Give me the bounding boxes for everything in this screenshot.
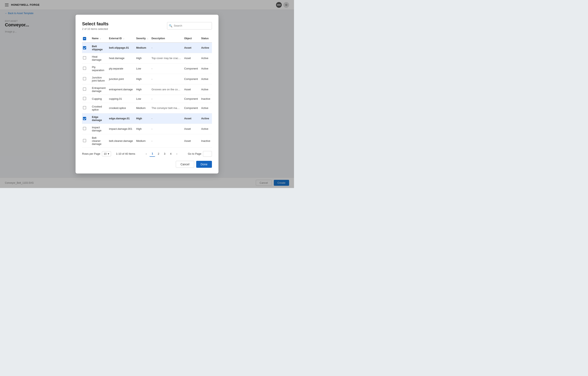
search-input[interactable] xyxy=(167,22,212,29)
row-external-id-3: ply.separate xyxy=(107,63,135,74)
col-object: Object xyxy=(182,34,200,43)
row-name-10: Belt cleaner damage xyxy=(90,134,107,147)
row-checkbox-9[interactable] xyxy=(83,127,86,130)
row-severity-4: High xyxy=(135,74,150,84)
row-status-6: Inactive xyxy=(200,95,212,103)
rows-per-page-control: Rows per Page 10 ▾ xyxy=(82,151,111,156)
row-name-3: Ply separation xyxy=(90,63,107,74)
row-description-3: - xyxy=(150,63,182,74)
row-checkbox-cell-3[interactable] xyxy=(82,63,90,74)
table-header-row: Name ↓ External ID ↓ Severity ↓ Descript… xyxy=(82,34,212,43)
page-1-button[interactable]: 1 xyxy=(149,151,155,157)
row-severity-7: Medium xyxy=(135,103,150,113)
row-checkbox-10[interactable] xyxy=(83,139,86,142)
table-row: Entrapment damage entrapment.damage High… xyxy=(82,84,212,95)
row-checkbox-4[interactable] xyxy=(83,77,86,80)
row-severity-8: High xyxy=(135,113,150,124)
row-description-7: The conveyor belt may have... xyxy=(150,103,182,113)
row-external-id-5: entrapment.damage xyxy=(107,84,135,95)
modal-overlay: Select faults 2 of 10 items selected 🔍 N… xyxy=(0,0,294,188)
table-row: Edge damage edge.damage.01 High - Asset … xyxy=(82,113,212,124)
row-checkbox-3[interactable] xyxy=(83,66,86,70)
row-checkbox-7[interactable] xyxy=(83,106,86,109)
col-external-id[interactable]: External ID ↓ xyxy=(107,34,135,43)
row-name-8: Edge damage xyxy=(90,113,107,124)
row-name-1: Belt slippage xyxy=(90,43,107,53)
row-checkbox-6[interactable] xyxy=(83,97,86,100)
row-status-10: Inactive xyxy=(200,134,212,147)
row-name-2: Heat damage xyxy=(90,53,107,63)
row-object-4: Component xyxy=(182,74,200,84)
row-object-1: Asset xyxy=(182,43,200,53)
row-description-1: - xyxy=(150,43,182,53)
row-checkbox-5[interactable] xyxy=(83,88,86,91)
table-row: Junction joint failure junction.joint Hi… xyxy=(82,74,212,84)
row-status-1: Active xyxy=(200,43,212,53)
page-4-button[interactable]: 4 xyxy=(168,151,174,157)
row-external-id-1: belt.slippage.01 xyxy=(107,43,135,53)
row-status-8: Active xyxy=(200,113,212,124)
rows-per-page-value: 10 xyxy=(104,152,106,155)
table-body: Belt slippage belt.slippage.01 Medium - … xyxy=(82,43,212,148)
row-severity-10: Medium xyxy=(135,134,150,147)
severity-sort-icon: ↓ xyxy=(147,37,148,40)
table-row: Crooked splice crooked.splice Medium The… xyxy=(82,103,212,113)
row-object-5: Asset xyxy=(182,84,200,95)
row-severity-9: High xyxy=(135,124,150,134)
prev-page-button[interactable]: ‹ xyxy=(143,151,149,157)
row-name-9: Impact damage xyxy=(90,124,107,134)
row-checkbox-cell-8[interactable] xyxy=(82,113,90,124)
select-all-header[interactable] xyxy=(82,34,90,43)
select-faults-modal: Select faults 2 of 10 items selected 🔍 N… xyxy=(75,15,219,174)
row-description-6: - xyxy=(150,95,182,103)
faults-table-wrapper: Name ↓ External ID ↓ Severity ↓ Descript… xyxy=(82,34,212,148)
row-name-6: Cupping xyxy=(90,95,107,103)
row-external-id-7: crooked.splice xyxy=(107,103,135,113)
row-checkbox-1[interactable] xyxy=(83,46,86,49)
rows-per-page-select[interactable]: 10 ▾ xyxy=(102,151,111,156)
col-severity[interactable]: Severity ↓ xyxy=(135,34,150,43)
go-to-page-input[interactable] xyxy=(203,151,212,157)
row-status-5: Active xyxy=(200,84,212,95)
row-object-10: Asset xyxy=(182,134,200,147)
done-button[interactable]: Done xyxy=(196,161,212,168)
row-external-id-4: junction.joint xyxy=(107,74,135,84)
page-2-button[interactable]: 2 xyxy=(156,151,161,157)
row-checkbox-2[interactable] xyxy=(83,56,86,59)
modal-footer: Rows per Page 10 ▾ 1-10 of 40 Items ‹ 1 … xyxy=(82,151,212,168)
go-to-page-label: Go to Page xyxy=(188,152,201,155)
row-description-5: Grooves are on the conveyor... xyxy=(150,84,182,95)
row-checkbox-cell-9[interactable] xyxy=(82,124,90,134)
row-checkbox-cell-1[interactable] xyxy=(82,43,90,53)
row-object-6: Component xyxy=(182,95,200,103)
next-page-button[interactable]: › xyxy=(174,151,180,157)
row-checkbox-cell-5[interactable] xyxy=(82,84,90,95)
page-3-button[interactable]: 3 xyxy=(162,151,168,157)
row-checkbox-8[interactable] xyxy=(83,117,86,120)
action-row: Cancel Done xyxy=(82,161,212,168)
row-checkbox-cell-7[interactable] xyxy=(82,103,90,113)
name-sort-icon: ↓ xyxy=(100,37,101,40)
modal-title-area: Select faults 2 of 10 items selected xyxy=(82,21,109,31)
row-object-3: Component xyxy=(182,63,200,74)
row-severity-2: High xyxy=(135,53,150,63)
pagination-row: Rows per Page 10 ▾ 1-10 of 40 Items ‹ 1 … xyxy=(82,151,212,157)
row-external-id-10: belt.cleaner.damage xyxy=(107,134,135,147)
row-description-10: - xyxy=(150,134,182,147)
row-external-id-6: cupping.01 xyxy=(107,95,135,103)
row-name-7: Crooked splice xyxy=(90,103,107,113)
cancel-button[interactable]: Cancel xyxy=(176,161,194,168)
select-all-checkbox[interactable] xyxy=(83,37,86,40)
row-checkbox-cell-10[interactable] xyxy=(82,134,90,147)
col-name[interactable]: Name ↓ xyxy=(90,34,107,43)
row-checkbox-cell-2[interactable] xyxy=(82,53,90,63)
modal-subtitle: 2 of 10 items selected xyxy=(82,27,109,31)
row-description-4: - xyxy=(150,74,182,84)
table-row: Belt cleaner damage belt.cleaner.damage … xyxy=(82,134,212,147)
row-checkbox-cell-6[interactable] xyxy=(82,95,90,103)
row-status-2: Active xyxy=(200,53,212,63)
row-severity-3: Low xyxy=(135,63,150,74)
row-name-4: Junction joint failure xyxy=(90,74,107,84)
row-checkbox-cell-4[interactable] xyxy=(82,74,90,84)
rows-per-page-label: Rows per Page xyxy=(82,152,100,155)
